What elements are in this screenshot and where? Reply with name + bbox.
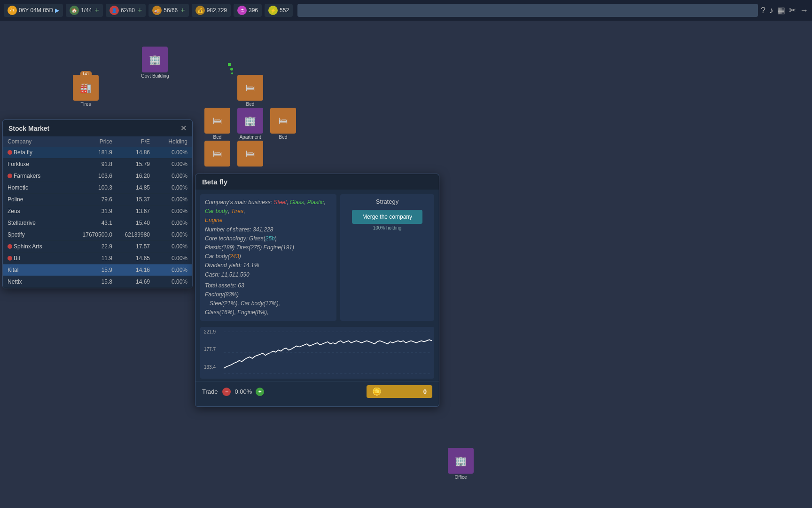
stock-row[interactable]: Sphinx Arts22.917.570.00% [3,241,192,253]
bed-r2-2-building[interactable]: 🛏 Bed [270,108,296,140]
stock-holding: 0.00% [150,255,187,262]
stock-price: 17670500.0 [75,231,112,238]
trade-shares-value: 0 [423,388,427,395]
stock-row[interactable]: Kital15.914.160.00% [3,264,192,276]
tires-building[interactable]: 141 🏭 Tires [73,75,99,107]
stock-close-btn[interactable]: ✕ [180,124,187,133]
detail-panel: Beta fly Company's main business: Steel,… [195,174,439,407]
biz-plastic: Plastic [307,199,324,206]
chart-min: 133.4 [204,365,216,370]
total-assets-value: 63 [238,282,244,289]
dividend-label: Dividend yield: [205,262,242,269]
forward-icon[interactable]: ▶ [55,7,59,14]
stock-holding: 0.00% [150,278,187,285]
biz-steel: Steel [273,199,286,206]
bed-top-building[interactable]: 🛏 Bed [237,75,263,107]
bolt-count: 552 [280,7,289,14]
stock-holding: 0.00% [150,149,187,156]
biz-tires: Tires [231,208,243,214]
people-display: 👤 62/80 + [106,4,146,17]
flask-count: 396 [249,7,258,14]
trade-shares-display[interactable]: 🪙 0 [367,385,432,398]
stock-market-window: Stock Market ✕ Company Price P/E Holding… [2,119,193,288]
money-value: 982,729 [207,7,227,14]
factory-breakdown2-line: Glass(16%), Engine(8%), [205,308,332,317]
grid-btn[interactable]: ▦ [777,5,785,16]
clock-icon: ⏱ [8,6,17,15]
bed-r3-1-icon: 🛏 [204,141,230,167]
office-bottom-building[interactable]: 🏢 Office [448,448,474,480]
stock-holding: 0.00% [150,208,187,214]
stock-pe: 14.85 [112,184,150,191]
stock-price: 31.9 [75,208,112,214]
trade-label: Trade [202,388,218,395]
office-top-label: Govt Building [141,73,169,79]
stock-row[interactable]: Beta fly181.914.860.00% [3,147,192,159]
company-name: Hometic [8,184,28,191]
people-add-btn[interactable]: + [138,6,142,15]
people-count: 62/80 [121,7,135,14]
company-name: Sphinx Arts [14,243,42,250]
company-name: Nettix [8,278,22,285]
help-btn[interactable]: ? [761,6,765,16]
factory-bd-text: Steel(21%), Car body(17%), [210,300,280,307]
stock-row[interactable]: Zeus31.913.670.00% [3,206,192,217]
money-display: 💰 982,729 [192,4,231,17]
trade-plus-btn[interactable]: + [256,388,264,396]
biz-engine-line: Engine [205,216,332,225]
music-btn[interactable]: ♪ [769,6,773,16]
top-bar-right: ? ♪ ▦ ✂ → [761,5,808,16]
truck-add-btn[interactable]: + [180,6,185,15]
trade-bar: Trade − 0.00% + 🪙 0 [195,381,439,402]
stock-row[interactable]: Forkluxe91.815.790.00% [3,159,192,170]
stock-pe: 14.16 [112,267,150,273]
factory-bd2-text: Glass(16%), Engine(8%), [205,309,268,316]
company-name: Zeus [8,208,20,214]
cash-line: Cash: 11,511,590 [205,270,332,279]
time-display: ⏱ 06Y 04M 05D ▶ [4,4,63,17]
factory-label: Factory(83%) [205,291,239,298]
price-chart: 221.9 177.7 133.4 [200,327,434,379]
stock-title-bar: Stock Market ✕ [3,120,192,136]
bed-r2-1-building[interactable]: 🛏 Bed [204,108,230,140]
house-count: 1/44 [81,7,92,14]
apartment-building[interactable]: 🏢 Apartment [237,108,263,140]
stock-row[interactable]: Poline79.615.370.00% [3,194,192,206]
chart-mid: 177.7 [204,347,216,352]
bed-top-icon: 🛏 [237,75,263,101]
merge-company-btn[interactable]: Merge the company [352,210,422,224]
stock-row[interactable]: Bit11.914.650.00% [3,253,192,264]
office-bottom-icon: 🏢 [448,448,474,474]
company-name: Forkluxe [8,161,29,167]
bed-r3-1-building[interactable]: 🛏 [204,141,230,167]
stock-row[interactable]: Farmakers103.616.200.00% [3,170,192,182]
factory-line: Factory(83%) [205,290,332,299]
stock-holding: 0.00% [150,173,187,179]
exit-btn[interactable]: → [800,6,808,16]
office-top-building[interactable]: 🏢 Govt Building [141,47,169,79]
tires-label: Tires [81,102,91,107]
main-business-label: Company's main business: [205,199,272,206]
num-shares-label: Number of shares: [205,226,251,233]
trade-minus-btn[interactable]: − [222,388,231,396]
bed-r3-2-icon: 🛏 [237,141,263,167]
stock-pe: 14.86 [112,149,150,156]
stock-holding: 0.00% [150,231,187,238]
detail-content: Company's main business: Steel, Glass, P… [195,190,439,323]
search-bar[interactable] [297,4,758,17]
house-add-btn[interactable]: + [95,6,99,15]
bed-r3-2-building[interactable]: 🛏 [237,141,263,167]
stock-row[interactable]: Spotify17670500.0-621399800.00% [3,229,192,241]
scissors-btn[interactable]: ✂ [789,5,796,16]
stock-row[interactable]: Nettix15.814.690.00% [3,276,192,288]
stock-row[interactable]: Hometic100.314.850.00% [3,182,192,194]
stock-price: 15.9 [75,267,112,273]
col-holding: Holding [150,138,187,145]
detail-company-title: Beta fly [195,174,439,190]
stock-row[interactable]: Stellardrive43.115.400.00% [3,217,192,229]
factory-breakdown [205,300,208,307]
tires-icon: 🏭 [73,75,99,101]
stock-market-title: Stock Market [8,125,49,132]
stock-price: 100.3 [75,184,112,191]
truck-display: 🚚 56/66 + [148,4,188,17]
